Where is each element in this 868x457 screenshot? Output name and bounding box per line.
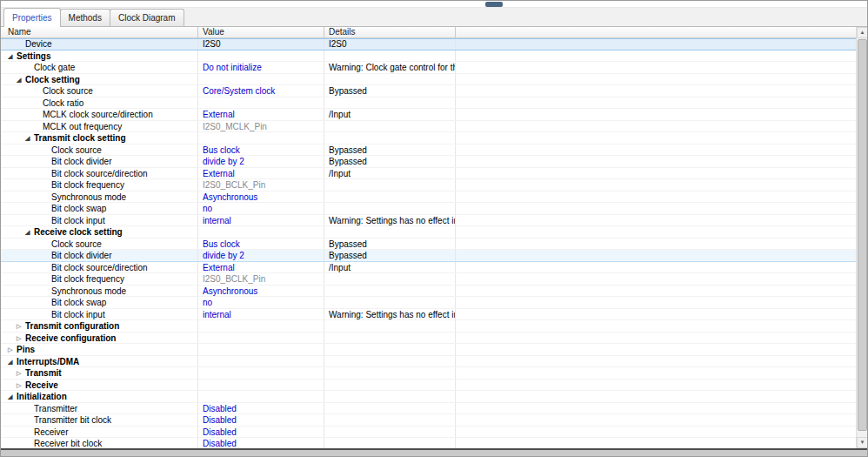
value-cell[interactable] xyxy=(198,132,324,144)
table-row[interactable]: ▷Receive configuration xyxy=(1,333,856,345)
value-cell[interactable]: Do not initialize xyxy=(198,62,324,73)
table-row[interactable]: ▷Receive xyxy=(1,380,856,392)
table-row[interactable]: Bit clock frequencyI2S0_BCLK_Pin xyxy=(1,179,856,192)
expand-icon[interactable]: ▷ xyxy=(17,333,25,344)
value-cell[interactable] xyxy=(198,50,324,62)
value-cell[interactable]: Asynchronous xyxy=(198,286,324,297)
empty-cell xyxy=(456,367,856,379)
column-header-value[interactable]: Value xyxy=(198,27,324,37)
table-row[interactable]: ReceiverDisabled xyxy=(1,427,856,439)
value-cell[interactable]: Disabled xyxy=(198,414,324,426)
name-cell: Bit clock swap xyxy=(1,203,198,214)
value-cell[interactable] xyxy=(198,97,324,109)
table-row[interactable]: Transmitter bit clockDisabled xyxy=(1,414,856,427)
table-row[interactable]: Bit clock frequencyI2S0_BCLK_Pin xyxy=(1,273,856,286)
name-cell: ▷Receive xyxy=(1,380,198,391)
table-row[interactable]: ◢Interrupts/DMA xyxy=(1,356,856,368)
table-row[interactable]: ▷Pins xyxy=(1,344,856,356)
value-cell[interactable] xyxy=(198,344,324,355)
scroll-up-icon[interactable]: ▲ xyxy=(857,27,868,38)
table-row[interactable]: MCLK clock source/directionExternal/Inpu… xyxy=(1,109,856,121)
value-cell[interactable]: I2S0_BCLK_Pin xyxy=(198,273,324,285)
table-row[interactable]: ◢Clock setting xyxy=(1,74,856,86)
tab-methods[interactable]: Methods xyxy=(60,9,110,26)
table-row[interactable]: Bit clock source/directionExternal/Input xyxy=(1,168,856,180)
details-cell xyxy=(324,356,456,367)
details-cell xyxy=(324,414,456,426)
value-cell[interactable]: I2S0_BCLK_Pin xyxy=(198,179,324,191)
table-row[interactable]: Bit clock inputinternalWarning: Settings… xyxy=(1,215,856,227)
expand-icon[interactable]: ▷ xyxy=(8,344,17,355)
collapse-icon[interactable]: ◢ xyxy=(25,226,34,238)
table-row[interactable]: TransmitterDisabled xyxy=(1,403,856,415)
expand-icon[interactable]: ▷ xyxy=(17,367,25,379)
value-cell[interactable] xyxy=(198,380,324,391)
value-cell[interactable]: I2S0 xyxy=(198,39,324,50)
table-row[interactable]: Clock sourceBus clockBypassed xyxy=(1,239,856,251)
value-cell[interactable]: divide by 2 xyxy=(198,250,324,261)
table-row[interactable]: Synchronous modeAsynchronous xyxy=(1,192,856,204)
value-cell[interactable]: External xyxy=(198,109,324,120)
column-header-name[interactable]: Name xyxy=(1,27,198,37)
expand-icon[interactable]: ▷ xyxy=(17,380,25,391)
value-cell[interactable]: internal xyxy=(198,309,324,320)
value-cell[interactable] xyxy=(198,74,324,85)
value-cell[interactable]: Core/System clock xyxy=(198,85,324,97)
table-row[interactable]: Bit clock dividerdivide by 2Bypassed xyxy=(1,156,856,168)
table-row[interactable]: Bit clock inputinternalWarning: Settings… xyxy=(1,309,856,321)
collapse-icon[interactable]: ◢ xyxy=(8,50,17,62)
tab-clock-diagram[interactable]: Clock Diagram xyxy=(110,9,184,26)
table-row[interactable]: Receiver bit clockDisabled xyxy=(1,438,856,448)
table-row[interactable]: Bit clock swapno xyxy=(1,297,856,309)
value-cell[interactable] xyxy=(198,226,324,238)
property-name: Clock ratio xyxy=(43,98,83,108)
collapse-icon[interactable]: ◢ xyxy=(17,74,25,85)
column-header-details[interactable]: Details xyxy=(324,27,456,37)
scroll-down-icon[interactable]: ▼ xyxy=(857,437,868,448)
value-cell[interactable]: Disabled xyxy=(198,438,324,448)
table-row[interactable]: ▷Transmit configuration xyxy=(1,320,856,333)
value-cell[interactable]: External xyxy=(198,262,324,273)
empty-cell xyxy=(456,97,856,109)
table-row[interactable]: Clock gateDo not initializeWarning: Cloc… xyxy=(1,62,856,74)
value-cell[interactable]: no xyxy=(198,203,324,214)
vertical-scrollbar[interactable]: ▲ ▼ xyxy=(856,27,867,448)
expand-icon[interactable]: ▷ xyxy=(17,320,25,332)
value-cell[interactable]: Disabled xyxy=(198,403,324,414)
value-cell[interactable]: Bus clock xyxy=(198,239,324,250)
value-cell[interactable] xyxy=(198,367,324,379)
collapse-icon[interactable]: ◢ xyxy=(25,132,34,144)
table-row[interactable]: ◢Settings xyxy=(1,50,856,63)
value-cell[interactable]: internal xyxy=(198,215,324,226)
value-cell[interactable]: I2S0_MCLK_Pin xyxy=(198,121,324,132)
value-cell[interactable]: External xyxy=(198,168,324,179)
value-cell[interactable] xyxy=(198,333,324,344)
tab-properties[interactable]: Properties xyxy=(3,8,61,27)
value-cell[interactable]: divide by 2 xyxy=(198,156,324,167)
value-cell[interactable]: Disabled xyxy=(198,427,324,438)
table-row[interactable]: ▷Transmit xyxy=(1,367,856,380)
value-cell[interactable] xyxy=(198,356,324,367)
table-row[interactable]: Bit clock swapno xyxy=(1,203,856,215)
table-row[interactable]: ◢Transmit clock setting xyxy=(1,132,856,144)
bottom-edge xyxy=(1,448,867,456)
table-row[interactable]: Synchronous modeAsynchronous xyxy=(1,286,856,298)
value-cell[interactable]: no xyxy=(198,297,324,308)
table-row[interactable]: ◢Receive clock setting xyxy=(1,226,856,239)
value-cell[interactable] xyxy=(198,391,324,402)
collapse-icon[interactable]: ◢ xyxy=(8,391,17,402)
table-row[interactable]: Clock sourceCore/System clockBypassed xyxy=(1,85,856,97)
table-row[interactable]: Bit clock source/directionExternal/Input xyxy=(1,262,856,274)
scrollbar-thumb[interactable] xyxy=(858,39,867,431)
value-cell[interactable]: Bus clock xyxy=(198,144,324,156)
table-row[interactable]: DeviceI2S0I2S0 xyxy=(1,38,856,50)
name-cell: Bit clock frequency xyxy=(1,179,198,191)
table-row[interactable]: MCLK out frequencyI2S0_MCLK_Pin xyxy=(1,121,856,133)
value-cell[interactable] xyxy=(198,320,324,332)
table-row[interactable]: Clock sourceBus clockBypassed xyxy=(1,144,856,157)
collapse-icon[interactable]: ◢ xyxy=(8,356,17,367)
value-cell[interactable]: Asynchronous xyxy=(198,192,324,203)
table-row[interactable]: Clock ratio xyxy=(1,97,856,110)
table-row[interactable]: ◢Initialization xyxy=(1,391,856,403)
table-row[interactable]: Bit clock dividerdivide by 2Bypassed xyxy=(1,250,856,262)
